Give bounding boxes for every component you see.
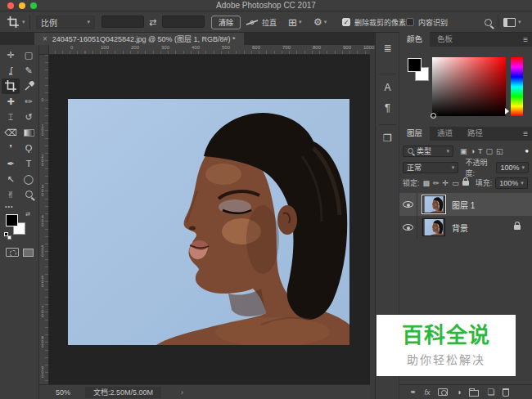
layer-thumbnail[interactable] (422, 218, 445, 236)
filter-smart-object-icon[interactable]: ◱ (496, 147, 503, 155)
filter-toggle-icon[interactable]: ● (525, 147, 529, 155)
panel-menu-icon[interactable]: ≡ (523, 35, 528, 44)
screen-mode-button[interactable] (23, 249, 34, 257)
workspace-switcher-button[interactable]: ▾ (503, 11, 521, 33)
visibility-toggle[interactable] (399, 216, 417, 239)
hue-slider-marker[interactable] (505, 108, 509, 114)
ellipse-shape-tool[interactable]: ◯ (20, 172, 38, 187)
ruler-label: 700 (282, 45, 291, 50)
filter-type-icon[interactable]: T (478, 147, 483, 155)
tab-paths[interactable]: 路径 (460, 125, 490, 141)
layer-row-1[interactable]: 图层 1 (399, 193, 532, 216)
brush-tool[interactable]: ✏ (20, 94, 38, 110)
ruler-label: 200 (131, 45, 139, 50)
quick-selection-tool[interactable]: ✎ (20, 63, 38, 78)
foreground-color-swatch[interactable] (6, 214, 18, 226)
eyedropper-tool[interactable] (20, 78, 38, 94)
filter-adjustment-icon[interactable]: ◑ (471, 147, 475, 155)
lock-artboard-icon[interactable]: ▭ (452, 179, 459, 187)
color-picker-marker[interactable] (431, 113, 436, 119)
content-aware-checkbox[interactable]: 内容识别 (406, 11, 448, 33)
lasso-tool[interactable]: ʆ (2, 63, 20, 78)
ruler-label: 700 (40, 305, 44, 317)
delete-cropped-pixels-checkbox[interactable]: ✓ 删除裁剪的像素 (342, 11, 406, 33)
adjustments-panel-icon[interactable]: ≣ (376, 43, 399, 54)
edit-toolbar-button[interactable]: ••• (5, 204, 13, 209)
status-options-chevron[interactable]: › (181, 388, 183, 397)
ruler-label: 400 (192, 45, 200, 50)
lock-position-icon[interactable]: ✛ (443, 179, 449, 187)
type-tool[interactable]: T (20, 156, 38, 172)
gradient-tool[interactable] (20, 125, 38, 141)
swap-dimensions-icon[interactable]: ⇄ (149, 11, 156, 33)
zoom-level-field[interactable]: 50% (56, 388, 70, 397)
blend-mode-select[interactable]: 正常 ▾ (403, 162, 458, 173)
lock-all-icon[interactable] (462, 181, 469, 186)
path-selection-tool[interactable]: ↖ (2, 172, 20, 187)
swap-colors-icon[interactable]: ⇄ (25, 211, 30, 217)
foreground-color-swatch[interactable] (408, 58, 422, 72)
eraser-tool[interactable]: ⌫ (2, 125, 20, 141)
libraries-panel-icon[interactable]: ❐ (376, 132, 399, 144)
close-tab-icon[interactable]: × (43, 34, 47, 43)
filter-shape-icon[interactable]: ▢ (485, 147, 493, 155)
layer-row-background[interactable]: 背景 (399, 216, 532, 239)
current-tool-button[interactable]: ▾ (7, 11, 25, 33)
document-tab[interactable]: × 240457-16051Q0425842.jpg @ 50% (图层 1, … (34, 33, 244, 45)
layer-style-button[interactable]: fx (424, 388, 430, 397)
opacity-value[interactable]: 100% ▾ (496, 162, 529, 173)
lock-paint-icon[interactable]: ✏ (433, 179, 440, 187)
character-panel-icon[interactable]: A (376, 82, 399, 93)
filter-pixel-icon[interactable]: ▣ (460, 147, 467, 155)
tools-panel: ✛ ▢ ʆ ✎ ✚ ✏ ⌶ ↺ ⌫ ❜ Ϙ ✒ T ↖ ◯ ✌ ••• (0, 45, 39, 399)
layer-name[interactable]: 背景 (452, 222, 468, 234)
tab-layers[interactable]: 图层 (399, 125, 430, 141)
visibility-toggle[interactable] (399, 193, 417, 216)
crop-ratio-select[interactable]: 比例 ▾ (36, 11, 95, 33)
adjustment-layer-button[interactable]: ◑ (456, 388, 461, 397)
pen-tool[interactable]: ✒ (2, 156, 20, 172)
move-tool[interactable]: ✛ (2, 47, 20, 63)
dodge-tool[interactable]: Ϙ (20, 141, 38, 156)
paragraph-panel-icon[interactable]: ¶ (376, 101, 399, 114)
history-brush-tool[interactable]: ↺ (20, 110, 38, 125)
delete-layer-button[interactable] (503, 388, 509, 397)
filter-type-select[interactable]: 类型 ▾ (403, 146, 453, 157)
horizontal-ruler[interactable]: 0 100 200 300 400 500 600 700 800 900 10… (39, 45, 370, 55)
overlay-options-button[interactable]: ⊞ ▾ (288, 11, 301, 33)
spot-healing-tool[interactable]: ✚ (2, 94, 20, 110)
crop-width-input[interactable] (101, 16, 144, 28)
hue-slider[interactable] (511, 57, 523, 116)
layer-thumbnail[interactable] (422, 195, 445, 213)
add-mask-button[interactable] (438, 388, 448, 396)
new-layer-button[interactable]: ❏ (487, 388, 494, 397)
zoom-tool[interactable] (20, 187, 38, 203)
straighten-button[interactable]: 拉直 (246, 11, 277, 33)
document-image[interactable] (68, 99, 349, 345)
rectangular-marquee-tool[interactable]: ▢ (20, 47, 38, 63)
blur-tool[interactable]: ❜ (2, 141, 20, 156)
crop-settings-button[interactable]: ⚙ ▾ (313, 11, 327, 33)
quick-mask-button[interactable] (6, 248, 19, 257)
ruler-label: 0 (70, 45, 73, 50)
tab-swatches[interactable]: 色板 (430, 31, 460, 47)
tab-color[interactable]: 颜色 (399, 31, 430, 47)
lock-transparency-icon[interactable]: ▩ (423, 179, 431, 187)
crop-height-input[interactable] (162, 16, 205, 28)
default-colors-icon[interactable] (4, 232, 8, 236)
layer-name[interactable]: 图层 1 (452, 199, 475, 211)
panel-menu-icon[interactable]: ≡ (523, 129, 528, 138)
search-button[interactable] (485, 11, 492, 33)
clear-button[interactable]: 清除 (211, 11, 241, 33)
fill-label: 填充: (476, 177, 493, 188)
fill-value[interactable]: 100% ▾ (495, 177, 528, 189)
new-group-button[interactable] (469, 390, 479, 397)
options-bar: ▾ 比例 ▾ ⇄ 清除 拉直 ⊞ ▾ ⚙ ▾ (0, 11, 532, 33)
saturation-brightness-field[interactable] (432, 57, 506, 116)
link-layers-button[interactable]: ⚭ (409, 388, 416, 397)
clone-stamp-tool[interactable]: ⌶ (2, 110, 20, 125)
hand-tool[interactable]: ✌ (2, 187, 20, 203)
vertical-ruler[interactable]: 0 100 200 300 400 500 600 700 800 900 (39, 55, 49, 384)
tab-channels[interactable]: 通道 (430, 125, 460, 141)
crop-tool[interactable] (2, 78, 20, 94)
